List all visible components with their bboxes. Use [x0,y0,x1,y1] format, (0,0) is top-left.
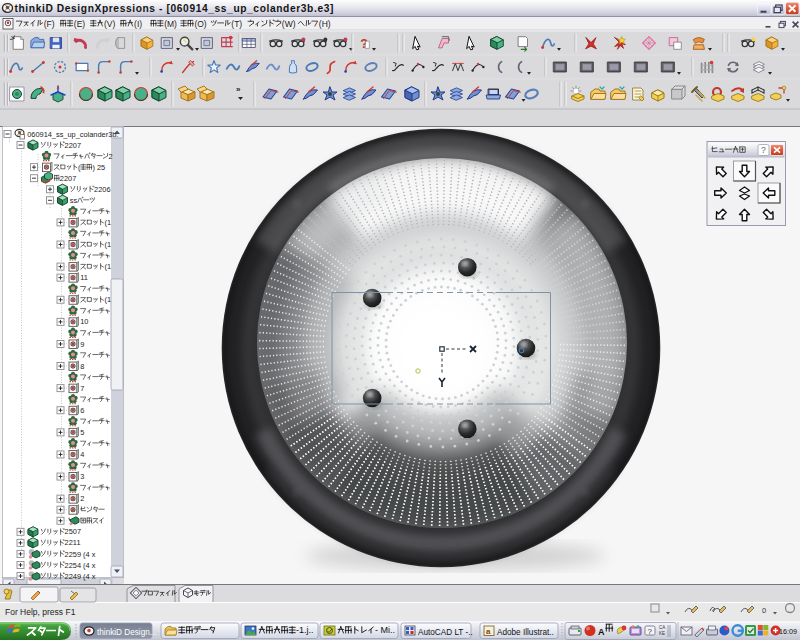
svg-text:-1.j..: -1.j.. [296,625,314,635]
svg-text:?: ? [761,145,766,155]
svg-text:0: 0 [762,606,766,615]
svg-text:2249 (4 x: 2249 (4 x [65,572,96,581]
svg-text:2: 2 [109,152,113,161]
svg-text:AutoCAD LT -..: AutoCAD LT -.. [418,628,473,637]
svg-text:?: ? [648,627,653,636]
svg-text:(E): (E) [74,19,86,29]
svg-text:2206: 2206 [94,185,110,194]
svg-text:CA: CA [659,625,665,630]
svg-text:thinkiD Design...: thinkiD Design... [97,628,157,637]
svg-text:2207: 2207 [65,141,81,150]
svg-text:2259 (4 x: 2259 (4 x [65,550,96,559]
svg-text:2254 (4 x: 2254 (4 x [65,561,96,570]
svg-text:3: 3 [80,472,84,481]
svg-text:(H): (H) [319,19,331,29]
svg-text:(1: (1 [105,262,112,271]
svg-text:11: 11 [80,273,88,282]
svg-text:10: 10 [80,317,88,326]
svg-text:(V): (V) [104,19,116,29]
svg-text:thinkiD DesignXpressions - [06: thinkiD DesignXpressions - [060914_ss_up… [15,3,334,14]
svg-text:»: » [236,85,241,94]
svg-text:- Mi..: - Mi.. [375,625,395,635]
svg-text:2: 2 [80,494,84,503]
svg-text:8: 8 [80,362,84,371]
svg-text:KE: KE [659,631,665,636]
svg-text:16:09: 16:09 [779,627,797,636]
svg-text:2211: 2211 [65,538,81,547]
svg-text:(1: (1 [105,295,112,304]
svg-text:(M): (M) [164,19,177,29]
svg-text:(I): (I) [134,19,142,29]
svg-text:Adobe Illustrat..: Adobe Illustrat.. [497,628,554,637]
svg-text:a: a [486,627,491,636]
svg-text:(O): (O) [194,19,206,29]
svg-text:For Help, press F1: For Help, press F1 [5,607,76,617]
svg-text:(W): (W) [282,19,296,29]
svg-text:4: 4 [80,450,84,459]
svg-text:ss: ss [70,196,78,205]
svg-text:7: 7 [80,384,84,393]
svg-text:2207: 2207 [60,174,76,183]
svg-text:(1: (1 [105,240,112,249]
svg-text:9: 9 [80,340,84,349]
svg-text:) 25: ) 25 [92,163,105,172]
svg-text:060914_ss_up_colander3b.: 060914_ss_up_colander3b. [27,130,118,139]
svg-text:5: 5 [80,428,84,437]
svg-text:2507: 2507 [65,527,81,536]
svg-text:(T): (T) [231,19,242,29]
svg-text:(1: (1 [105,218,112,227]
svg-text:A: A [598,627,605,637]
svg-text:6: 6 [80,406,84,415]
svg-text:(F): (F) [44,19,55,29]
